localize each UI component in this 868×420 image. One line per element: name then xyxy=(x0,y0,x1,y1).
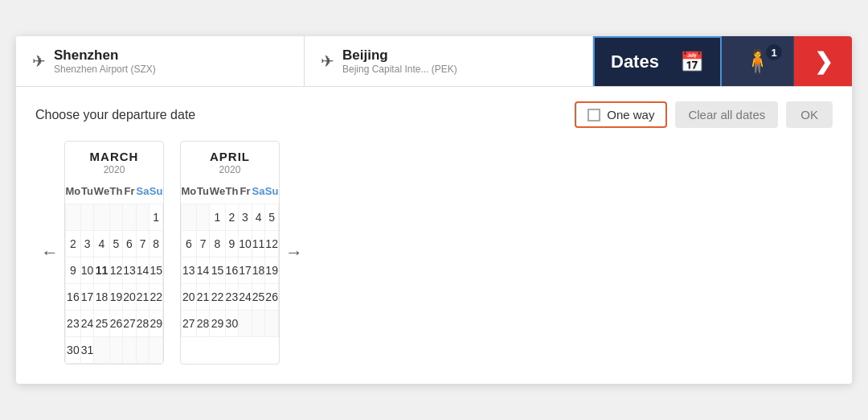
table-row[interactable]: 18 xyxy=(252,257,265,284)
table-row[interactable]: 25 xyxy=(94,311,109,337)
table-row[interactable]: 8 xyxy=(210,231,225,257)
table-row[interactable]: 22 xyxy=(210,284,225,311)
march-year: 2020 xyxy=(90,164,139,175)
table-row[interactable]: 19 xyxy=(265,257,279,284)
table-row[interactable]: 29 xyxy=(210,311,225,337)
table-row[interactable]: 3 xyxy=(239,204,252,231)
table-row[interactable]: 9 xyxy=(225,231,239,257)
table-row[interactable]: 29 xyxy=(149,311,163,337)
table-row[interactable]: 17 xyxy=(239,257,252,284)
table-row[interactable]: 7 xyxy=(196,231,210,257)
origin-text: Shenzhen Shenzhen Airport (SZX) xyxy=(54,47,156,75)
table-row[interactable]: 30 xyxy=(225,311,239,337)
table-row[interactable]: 6 xyxy=(123,231,137,257)
table-row[interactable]: 26 xyxy=(265,284,279,311)
table-row[interactable]: 19 xyxy=(109,284,123,311)
top-bar-right: One way Clear all dates OK xyxy=(575,101,833,128)
table-row[interactable]: 6 xyxy=(181,231,196,257)
prev-month-button[interactable]: ← xyxy=(35,242,64,263)
origin-subtitle: Shenzhen Airport (SZX) xyxy=(54,64,156,75)
calendars: MARCH 2020 Mo Tu We Th Fr S xyxy=(64,141,280,364)
header-tabs: ✈ Shenzhen Shenzhen Airport (SZX) ✈ Beij… xyxy=(16,36,852,87)
march-th-th: Th xyxy=(109,179,123,204)
tab-destination[interactable]: ✈ Beijing Bejing Capital Inte... (PEK) xyxy=(305,36,593,86)
table-row[interactable]: 16 xyxy=(66,284,81,311)
table-row[interactable]: 15 xyxy=(149,257,163,284)
table-row[interactable]: 1 xyxy=(149,204,163,231)
one-way-checkbox-wrapper[interactable]: One way xyxy=(575,101,667,128)
next-month-button[interactable]: → xyxy=(280,242,309,263)
table-row[interactable]: 26 xyxy=(109,311,123,337)
clear-dates-button[interactable]: Clear all dates xyxy=(675,101,778,128)
table-row[interactable]: 12 xyxy=(109,257,123,284)
april-grid: Mo Tu We Th Fr Sa Su 1234567891011121314… xyxy=(181,179,279,337)
april-th-th: Th xyxy=(225,179,239,204)
table-row[interactable]: 4 xyxy=(94,231,109,257)
table-row xyxy=(94,204,109,231)
march-nav: MARCH 2020 xyxy=(65,142,163,179)
tab-origin[interactable]: ✈ Shenzhen Shenzhen Airport (SZX) xyxy=(16,36,305,86)
one-way-checkbox[interactable] xyxy=(588,109,600,121)
table-row[interactable]: 25 xyxy=(252,284,265,311)
table-row[interactable]: 3 xyxy=(80,231,94,257)
table-row[interactable]: 8 xyxy=(149,231,163,257)
tab-passengers[interactable]: 🧍 1 xyxy=(722,36,794,86)
table-row[interactable]: 4 xyxy=(252,204,265,231)
table-row[interactable]: 2 xyxy=(66,231,81,257)
table-row[interactable]: 23 xyxy=(66,311,81,337)
ok-button[interactable]: OK xyxy=(786,101,833,128)
table-row[interactable]: 5 xyxy=(265,204,279,231)
table-row[interactable]: 14 xyxy=(196,257,210,284)
table-row[interactable]: 11 xyxy=(252,231,265,257)
next-button[interactable]: ❯ xyxy=(794,36,852,86)
table-row[interactable]: 9 xyxy=(66,257,81,284)
table-row[interactable]: 24 xyxy=(80,311,94,337)
table-row[interactable]: 23 xyxy=(225,284,239,311)
table-row[interactable]: 10 xyxy=(80,257,94,284)
table-row[interactable]: 2 xyxy=(225,204,239,231)
march-title: MARCH 2020 xyxy=(90,150,139,175)
march-th-mo: Mo xyxy=(66,179,81,204)
table-row[interactable]: 24 xyxy=(239,284,252,311)
table-row[interactable]: 31 xyxy=(80,337,94,364)
table-row[interactable]: 17 xyxy=(80,284,94,311)
table-row[interactable]: 13 xyxy=(181,257,196,284)
table-row[interactable]: 13 xyxy=(123,257,137,284)
calendar-april: APRIL 2020 Mo Tu We Th Fr S xyxy=(180,141,280,364)
table-row[interactable]: 14 xyxy=(136,257,149,284)
table-row[interactable]: 5 xyxy=(109,231,123,257)
table-row[interactable]: 27 xyxy=(123,311,137,337)
april-th-tu: Tu xyxy=(196,179,210,204)
table-row[interactable]: 10 xyxy=(239,231,252,257)
tab-dates[interactable]: Dates 📅 xyxy=(593,36,722,86)
body: Choose your departure date One way Clear… xyxy=(16,87,852,384)
table-row[interactable]: 18 xyxy=(94,284,109,311)
table-row[interactable]: 7 xyxy=(136,231,149,257)
march-th-su: Su xyxy=(149,179,163,204)
table-row[interactable]: 27 xyxy=(181,311,196,337)
table-row[interactable]: 30 xyxy=(66,337,81,364)
table-row[interactable]: 21 xyxy=(196,284,210,311)
table-row[interactable]: 20 xyxy=(123,284,137,311)
table-row[interactable]: 12 xyxy=(265,231,279,257)
table-row[interactable]: 1 xyxy=(210,204,225,231)
table-row[interactable]: 28 xyxy=(136,311,149,337)
april-year: 2020 xyxy=(210,164,250,175)
april-th-fr: Fr xyxy=(239,179,252,204)
dates-label: Dates xyxy=(611,51,659,72)
april-th-we: We xyxy=(210,179,225,204)
choose-label: Choose your departure date xyxy=(35,108,195,122)
table-row[interactable]: 11 xyxy=(94,257,109,284)
table-row[interactable]: 16 xyxy=(225,257,239,284)
table-row xyxy=(239,311,252,337)
table-row[interactable]: 21 xyxy=(136,284,149,311)
table-row[interactable]: 15 xyxy=(210,257,225,284)
table-row xyxy=(136,337,149,364)
table-row xyxy=(265,311,279,337)
table-row[interactable]: 22 xyxy=(149,284,163,311)
march-th-sa: Sa xyxy=(136,179,149,204)
table-row[interactable]: 28 xyxy=(196,311,210,337)
table-row xyxy=(94,337,109,364)
table-row[interactable]: 20 xyxy=(181,284,196,311)
table-row xyxy=(66,204,81,231)
